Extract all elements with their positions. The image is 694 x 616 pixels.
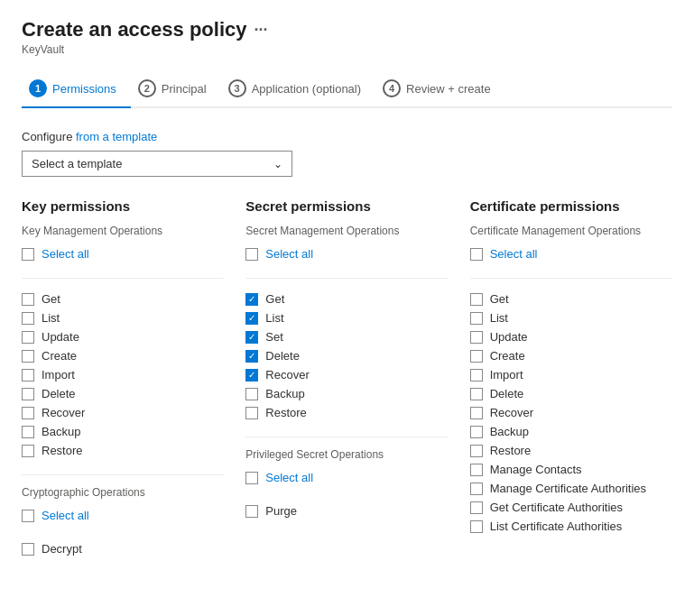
step-permissions[interactable]: 1 Permissions [22, 70, 131, 108]
secret-items-checkbox-4[interactable] [245, 369, 258, 382]
key-permissions-column: Key permissions Key Management Operation… [22, 198, 224, 573]
privileged-secret-ops-title: Privileged Secret Operations [245, 448, 448, 461]
list-item: Update [22, 327, 224, 346]
key-items-checkbox-7[interactable] [22, 426, 34, 438]
key-items-checkbox-2[interactable] [22, 331, 34, 344]
privileged-secret-list: Select all [245, 468, 448, 487]
cert-items-checkbox-12[interactable] [470, 520, 483, 533]
secret-items-checkbox-0[interactable] [245, 293, 258, 306]
secret-items-label-0: Get [265, 292, 284, 306]
step-label-application: Application (optional) [252, 82, 361, 96]
cert-permissions-title: Certificate permissions [470, 198, 672, 214]
cert-items-checkbox-8[interactable] [470, 445, 483, 457]
step-label-permissions: Permissions [52, 82, 116, 96]
key-items-checkbox-1[interactable] [22, 312, 34, 325]
cert-management-ops-title: Certificate Management Operations [470, 225, 672, 237]
step-label-principal: Principal [162, 82, 207, 96]
privileged-select-all-label[interactable]: Select all [265, 471, 313, 484]
key-items-label-5: Delete [42, 387, 76, 400]
key-select-all-checkbox[interactable] [22, 248, 34, 261]
step-circle-4: 4 [383, 79, 401, 97]
key-items-checkbox-8[interactable] [22, 445, 34, 457]
step-circle-3: 3 [228, 79, 246, 97]
privileged-select-all-checkbox[interactable] [245, 472, 258, 484]
more-options-icon[interactable]: ··· [254, 21, 267, 40]
list-item: Set [245, 327, 448, 346]
cert-items-checkbox-6[interactable] [470, 407, 483, 419]
secret-permissions-column: Secret permissions Secret Management Ope… [245, 198, 448, 573]
list-item: Update [470, 327, 672, 346]
secret-items-label-3: Delete [265, 349, 300, 363]
key-divider-1 [22, 278, 224, 279]
key-management-ops-title: Key Management Operations [22, 225, 224, 237]
secret-items-label-2: Set [265, 330, 283, 344]
key-crypto-select-all-label[interactable]: Select all [42, 509, 89, 522]
cert-items-label-12: List Certificate Authorities [490, 519, 623, 533]
key-select-all-label[interactable]: Select all [42, 247, 89, 261]
list-item: Restore [245, 403, 448, 422]
wizard-steps: 1 Permissions 2 Principal 3 Application … [22, 70, 672, 108]
template-link[interactable]: from a template [76, 130, 157, 143]
list-item: Get [245, 290, 448, 308]
step-principal[interactable]: 2 Principal [131, 70, 221, 106]
cert-select-all-checkbox[interactable] [470, 248, 483, 261]
key-items-label-4: Import [42, 368, 75, 382]
key-crypto-items-list: Decrypt [22, 539, 224, 558]
key-crypto-select-all-checkbox[interactable] [22, 510, 34, 522]
step-circle-1: 1 [29, 79, 47, 97]
key-items-checkbox-6[interactable] [22, 407, 34, 419]
cert-items-checkbox-9[interactable] [470, 464, 483, 476]
list-item: Decrypt [22, 539, 224, 558]
template-section: Configure from a template Select a templ… [22, 130, 672, 177]
secret-items-checkbox-5[interactable] [245, 388, 258, 400]
key-items-checkbox-0[interactable] [22, 293, 34, 306]
cert-items-list: GetListUpdateCreateImportDeleteRecoverBa… [470, 290, 672, 536]
key-items2-checkbox-0[interactable] [22, 543, 34, 556]
cert-items-checkbox-4[interactable] [470, 369, 483, 382]
cert-management-list: Select all [470, 244, 672, 263]
list-item: Delete [245, 346, 448, 365]
key-items-checkbox-3[interactable] [22, 350, 34, 363]
cert-items-checkbox-11[interactable] [470, 501, 483, 514]
cert-items-label-11: Get Certificate Authorities [490, 501, 623, 514]
list-item: Create [22, 346, 224, 365]
key-items-label-8: Restore [42, 444, 83, 457]
key-crypto-ops-title: Cryptographic Operations [22, 486, 224, 499]
cert-items-checkbox-7[interactable] [470, 426, 483, 438]
key-items-label-2: Update [42, 330, 79, 344]
secret-select-all-label[interactable]: Select all [265, 247, 313, 261]
list-item: Restore [470, 441, 672, 460]
key-permissions-title: Key permissions [22, 198, 224, 214]
step-application[interactable]: 3 Application (optional) [221, 70, 375, 106]
key-items-label-3: Create [42, 349, 77, 363]
key-items-checkbox-5[interactable] [22, 388, 34, 400]
secret-items-checkbox-1[interactable] [245, 312, 258, 325]
cert-items-checkbox-3[interactable] [470, 350, 483, 363]
cert-select-all-label[interactable]: Select all [490, 247, 538, 261]
key-items-label-7: Backup [42, 425, 80, 438]
secret-items-checkbox-2[interactable] [245, 331, 258, 344]
secret-items2-checkbox-0[interactable] [245, 505, 258, 518]
list-item: Import [470, 365, 672, 384]
cert-items-checkbox-10[interactable] [470, 483, 483, 495]
cert-items-checkbox-2[interactable] [470, 331, 483, 344]
secret-items-label-4: Recover [265, 368, 309, 382]
privileged-select-all-item: Select all [245, 468, 448, 487]
secret-items-checkbox-6[interactable] [245, 407, 258, 419]
secret-items2-label-0: Purge [265, 504, 297, 518]
cert-items-label-0: Get [490, 292, 509, 306]
secret-items-checkbox-3[interactable] [245, 350, 258, 363]
list-item: List [470, 308, 672, 327]
key-items-checkbox-4[interactable] [22, 369, 34, 382]
key-crypto-list: Select all [22, 506, 224, 525]
cert-items-label-4: Import [490, 368, 523, 382]
step-review-create[interactable]: 4 Review + create [375, 70, 505, 106]
cert-items-label-8: Restore [490, 444, 532, 457]
template-dropdown[interactable]: Select a template ⌄ [22, 151, 292, 177]
cert-items-checkbox-0[interactable] [470, 293, 483, 306]
template-label: Configure from a template [22, 130, 672, 143]
secret-select-all-checkbox[interactable] [245, 248, 258, 261]
key-items-label-6: Recover [42, 406, 85, 419]
cert-items-checkbox-1[interactable] [470, 312, 483, 325]
cert-items-checkbox-5[interactable] [470, 388, 483, 400]
